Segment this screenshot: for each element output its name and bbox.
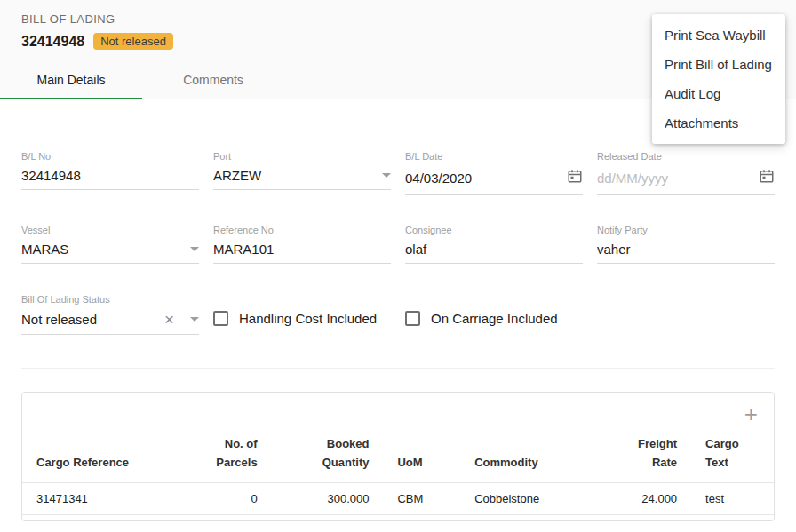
col-header-booked-quantity: Booked Quantity <box>272 435 384 482</box>
port-value[interactable]: ARZEW <box>213 168 377 183</box>
released-date-label: Released Date <box>597 151 775 162</box>
bl-status-field[interactable]: Bill Of Lading Status Not released × <box>21 294 199 335</box>
released-date-input[interactable]: dd/MM/yyyy <box>597 171 753 186</box>
chevron-down-icon[interactable] <box>190 247 199 251</box>
checkbox-icon[interactable] <box>213 311 228 326</box>
cell-uom: CBM <box>383 482 460 514</box>
col-header-freight-rate: Freight Rate <box>603 435 691 482</box>
chevron-down-icon[interactable] <box>190 317 199 322</box>
col-header-commodity: Commodity <box>460 435 603 482</box>
clear-icon[interactable]: × <box>164 311 174 328</box>
consignee-label: Consignee <box>405 225 583 235</box>
bl-no-field[interactable]: B/L No 32414948 <box>21 151 199 195</box>
notify-party-field[interactable]: Notify Party vaher <box>597 225 775 264</box>
bl-status-label: Bill Of Lading Status <box>21 294 199 305</box>
checkbox-icon[interactable] <box>405 311 420 326</box>
bl-status-value[interactable]: Not released <box>21 312 164 327</box>
status-badge: Not released <box>93 33 173 50</box>
cell-commodity: Cobbelstone <box>460 482 603 514</box>
col-header-cargo-reference: Cargo Reference <box>22 435 176 482</box>
col-header-uom: UoM <box>383 435 460 482</box>
bl-no-label: B/L No <box>21 151 199 162</box>
page-header: BILL OF LADING 32414948 Not released Mai… <box>0 0 796 99</box>
calendar-icon[interactable] <box>567 168 583 187</box>
menu-item-audit-log[interactable]: Audit Log <box>652 79 785 108</box>
notify-party-value[interactable]: vaher <box>597 242 775 257</box>
cell-cargo-reference: 31471341 <box>22 482 176 514</box>
bl-no-value[interactable]: 32414948 <box>21 168 199 183</box>
main-details-form: B/L No 32414948 Port ARZEW B/L Date 04/0… <box>0 151 796 369</box>
tab-main-details[interactable]: Main Details <box>0 60 142 99</box>
on-carriage-checkbox[interactable]: On Carriage Included <box>405 311 583 326</box>
chevron-down-icon[interactable] <box>382 173 391 178</box>
add-cargo-icon[interactable]: + <box>744 405 758 423</box>
port-label: Port <box>213 151 391 162</box>
menu-item-print-bill-of-lading[interactable]: Print Bill of Lading <box>652 50 785 79</box>
bl-date-field[interactable]: B/L Date 04/03/2020 <box>405 151 583 195</box>
cell-freight-rate: 24.000 <box>603 482 691 514</box>
actions-menu: Print Sea Waybill Print Bill of Lading A… <box>652 14 785 144</box>
bl-date-value[interactable]: 04/03/2020 <box>405 171 561 186</box>
notify-party-label: Notify Party <box>597 225 775 235</box>
cell-booked-quantity: 300.000 <box>272 482 384 514</box>
vessel-label: Vessel <box>21 225 199 235</box>
vessel-field[interactable]: Vessel MARAS <box>21 225 199 264</box>
cell-no-of-parcels: 0 <box>176 482 271 514</box>
released-date-field[interactable]: Released Date dd/MM/yyyy <box>597 151 775 195</box>
cargo-card: + Cargo Reference No. of Parcels Booked … <box>21 392 775 521</box>
col-header-no-of-parcels: No. of Parcels <box>176 435 271 482</box>
reference-no-value[interactable]: MARA101 <box>213 242 391 257</box>
consignee-value[interactable]: olaf <box>405 242 583 257</box>
on-carriage-label: On Carriage Included <box>431 311 558 326</box>
calendar-icon[interactable] <box>759 168 775 187</box>
handling-cost-checkbox[interactable]: Handling Cost Included <box>213 311 391 326</box>
vessel-value[interactable]: MARAS <box>21 242 185 257</box>
handling-cost-label: Handling Cost Included <box>239 311 377 326</box>
consignee-field[interactable]: Consignee olaf <box>405 225 583 264</box>
port-field[interactable]: Port ARZEW <box>213 151 391 195</box>
cargo-table: Cargo Reference No. of Parcels Booked Qu… <box>22 435 774 515</box>
tab-comments[interactable]: Comments <box>142 60 284 99</box>
cargo-table-row[interactable]: 31471341 0 300.000 CBM Cobbelstone 24.00… <box>22 482 774 514</box>
cell-cargo-text: test <box>691 482 774 514</box>
reference-no-label: Reference No <box>213 225 391 235</box>
menu-item-attachments[interactable]: Attachments <box>652 108 785 138</box>
menu-item-print-sea-waybill[interactable]: Print Sea Waybill <box>652 20 785 50</box>
col-header-cargo-text: Cargo Text <box>691 435 774 482</box>
section-divider <box>21 368 775 369</box>
bl-date-label: B/L Date <box>405 151 583 162</box>
document-number: 32414948 <box>21 34 84 50</box>
reference-no-field[interactable]: Reference No MARA101 <box>213 225 391 264</box>
